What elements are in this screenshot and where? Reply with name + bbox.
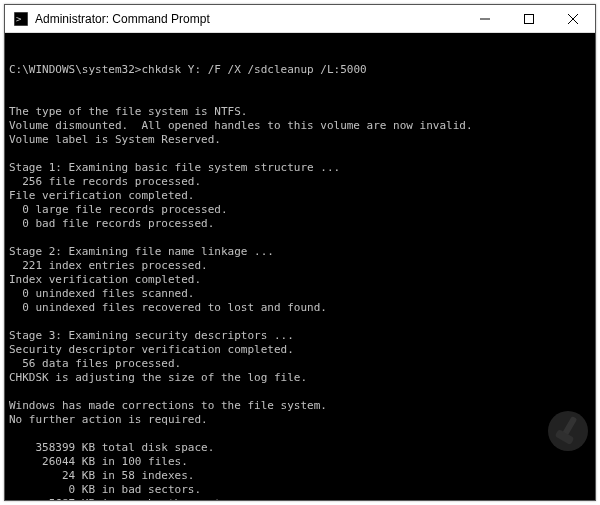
output-line: 0 unindexed files scanned. <box>9 287 591 301</box>
output-line: Stage 3: Examining security descriptors … <box>9 329 591 343</box>
output-line: Volume label is System Reserved. <box>9 133 591 147</box>
svg-text:>: > <box>16 14 22 24</box>
output-line: Volume dismounted. All opened handles to… <box>9 119 591 133</box>
close-button[interactable] <box>551 5 595 32</box>
prompt: C:\WINDOWS\system32> <box>9 63 141 76</box>
output-line <box>9 315 591 329</box>
output-line: 0 large file records processed. <box>9 203 591 217</box>
prompt-line: C:\WINDOWS\system32>chkdsk Y: /F /X /sdc… <box>9 63 591 77</box>
titlebar[interactable]: > Administrator: Command Prompt <box>5 5 595 33</box>
output-block: The type of the file system is NTFS.Volu… <box>9 105 591 500</box>
output-line <box>9 231 591 245</box>
cmd-icon: > <box>13 11 29 27</box>
output-line: 56 data files processed. <box>9 357 591 371</box>
output-line: Index verification completed. <box>9 273 591 287</box>
output-line: 358399 KB total disk space. <box>9 441 591 455</box>
output-line: Windows has made corrections to the file… <box>9 399 591 413</box>
minimize-button[interactable] <box>463 5 507 32</box>
svg-rect-3 <box>525 14 534 23</box>
console-output[interactable]: C:\WINDOWS\system32>chkdsk Y: /F /X /sdc… <box>5 33 595 500</box>
output-line: 5687 KB in use by the system. <box>9 497 591 500</box>
output-line: 0 bad file records processed. <box>9 217 591 231</box>
output-line: 0 KB in bad sectors. <box>9 483 591 497</box>
output-line: No further action is required. <box>9 413 591 427</box>
output-line <box>9 427 591 441</box>
output-line: Security descriptor verification complet… <box>9 343 591 357</box>
output-line <box>9 385 591 399</box>
output-line: CHKDSK is adjusting the size of the log … <box>9 371 591 385</box>
output-line: 256 file records processed. <box>9 175 591 189</box>
output-line: 0 unindexed files recovered to lost and … <box>9 301 591 315</box>
output-line: Stage 1: Examining basic file system str… <box>9 161 591 175</box>
output-line: File verification completed. <box>9 189 591 203</box>
output-line: 24 KB in 58 indexes. <box>9 469 591 483</box>
window-controls <box>463 5 595 32</box>
output-line: The type of the file system is NTFS. <box>9 105 591 119</box>
window-title: Administrator: Command Prompt <box>35 12 463 26</box>
maximize-button[interactable] <box>507 5 551 32</box>
command-text: chkdsk Y: /F /X /sdcleanup /L:5000 <box>141 63 366 76</box>
output-line: Stage 2: Examining file name linkage ... <box>9 245 591 259</box>
output-line: 26044 KB in 100 files. <box>9 455 591 469</box>
command-prompt-window: > Administrator: Command Prompt C:\WINDO… <box>4 4 596 501</box>
output-line <box>9 147 591 161</box>
output-line: 221 index entries processed. <box>9 259 591 273</box>
